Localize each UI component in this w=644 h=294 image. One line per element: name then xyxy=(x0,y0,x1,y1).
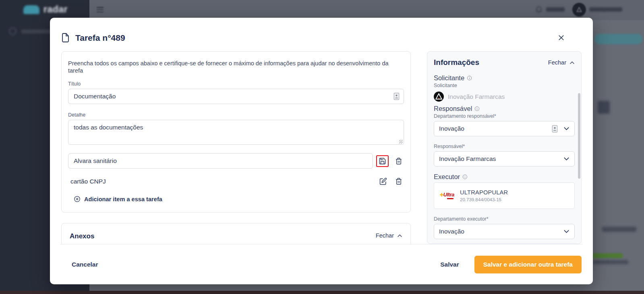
task-form-card: Preencha todos os campos abaixo e certif… xyxy=(61,51,411,213)
departamento-executor-label: Departamento executor* xyxy=(434,216,575,222)
modal-title: Tarefa n°489 xyxy=(75,33,125,43)
departamento-responsavel-label: Departamento responsável* xyxy=(434,113,575,119)
item-field-wrap xyxy=(68,153,373,169)
save-floppy-icon[interactable] xyxy=(378,157,387,165)
red-highlight-box xyxy=(376,155,389,167)
anexos-title: Anexos xyxy=(70,232,94,240)
form-description: Preencha todos os campos abaixo e certif… xyxy=(68,60,404,74)
departamento-executor-value: Inovação xyxy=(439,228,563,235)
anexos-collapse-button[interactable]: Fechar xyxy=(376,232,402,239)
task-item-row: cartão CNPJ xyxy=(68,176,404,187)
anexos-collapse-label: Fechar xyxy=(376,232,394,239)
plus-circle-icon xyxy=(74,196,81,202)
solicitante-avatar xyxy=(434,92,444,102)
autofill-badge-icon xyxy=(552,125,558,133)
task-item-row-editing xyxy=(68,153,404,169)
titulo-input[interactable] xyxy=(68,89,404,104)
modal-body: Preencha todos os campos abaixo e certif… xyxy=(50,51,593,244)
titulo-label: Título xyxy=(68,81,404,87)
avatar[interactable] xyxy=(572,3,586,17)
radar-logo: radar xyxy=(23,4,68,15)
background-progress-bar xyxy=(593,253,623,258)
titulo-field-wrap xyxy=(68,89,404,104)
solicitante-sublabel: Solicitante xyxy=(434,83,575,88)
info-panel: Informações Fechar Solicitante Solicitan… xyxy=(427,51,582,244)
info-panel-scrollbar[interactable] xyxy=(578,93,580,179)
executor-heading: Executor xyxy=(434,173,460,181)
bell-icon[interactable] xyxy=(535,5,543,15)
info-circle-icon xyxy=(462,174,468,179)
chevron-down-icon xyxy=(563,157,569,161)
edit-pencil-icon[interactable] xyxy=(378,176,389,187)
save-and-add-button[interactable]: Salvar e adicionar outra tarefa xyxy=(474,256,582,273)
modal-header: Tarefa n°489 xyxy=(50,18,593,51)
window-bottom-edge xyxy=(0,291,644,294)
background-grid-icon xyxy=(598,101,610,114)
info-collapse-label: Fechar xyxy=(548,59,566,66)
solicitante-value: Inovação Farmarcas xyxy=(448,93,505,100)
responsavel-value: Inovação Farmarcas xyxy=(439,155,563,163)
sidebar-menu-icon xyxy=(9,27,17,35)
chevron-up-icon xyxy=(569,61,575,65)
chevron-down-icon xyxy=(563,229,569,234)
info-circle-icon xyxy=(474,106,480,111)
modal-footer: Cancelar Salvar Salvar e adicionar outra… xyxy=(60,244,582,284)
radar-cloud-icon xyxy=(23,5,39,14)
executor-name: ULTRAPOPULAR xyxy=(460,189,508,196)
background-text-blur xyxy=(602,227,636,232)
save-button[interactable]: Salvar xyxy=(440,261,459,268)
trash-icon[interactable] xyxy=(393,176,404,187)
chevron-up-icon xyxy=(397,234,402,238)
background-teal-button xyxy=(594,34,643,44)
detalhe-label: Detalhe xyxy=(68,112,404,118)
detalhe-textarea[interactable]: todas as documentações xyxy=(68,120,404,144)
responsavel-label: Responsável* xyxy=(434,144,575,149)
anexos-card: Anexos Fechar xyxy=(61,223,411,244)
ultrapopular-logo: ✚Ultra xyxy=(439,192,455,199)
chevron-down-icon xyxy=(563,127,569,131)
info-panel-title: Informações xyxy=(434,58,479,67)
notification-label-blur xyxy=(546,7,565,12)
info-collapse-button[interactable]: Fechar xyxy=(548,59,575,66)
trash-icon[interactable] xyxy=(393,156,404,167)
add-item-button[interactable]: Adicionar item a essa tarefa xyxy=(74,196,162,202)
departamento-executor-select[interactable]: Inovação xyxy=(434,224,575,239)
background-text-blur xyxy=(593,260,628,264)
executor-cnpj: 20.739.844/0043-15 xyxy=(460,197,508,202)
add-item-label: Adicionar item a essa tarefa xyxy=(84,196,162,202)
hamburger-menu-icon[interactable] xyxy=(97,7,104,14)
close-icon[interactable] xyxy=(556,33,566,43)
autofill-badge-icon xyxy=(393,93,400,100)
responsavel-select[interactable]: Inovação Farmarcas xyxy=(434,151,575,167)
user-name-blur xyxy=(589,7,622,12)
item-text: cartão CNPJ xyxy=(68,178,375,185)
document-icon xyxy=(61,33,70,43)
departamento-responsavel-value: Inovação xyxy=(439,125,552,132)
item-input[interactable] xyxy=(68,154,373,168)
solicitante-heading: Solicitante xyxy=(434,74,464,82)
executor-card: ✚Ultra ULTRAPOPULAR 20.739.844/0043-15 xyxy=(434,182,575,209)
detalhe-field-wrap: todas as documentações xyxy=(68,120,404,145)
info-circle-icon xyxy=(467,75,472,81)
departamento-responsavel-select[interactable]: Inovação xyxy=(434,121,575,136)
responsavel-heading: Responsável xyxy=(434,105,472,113)
brand-name: radar xyxy=(43,4,68,15)
resize-handle[interactable] xyxy=(399,140,403,144)
cancel-button[interactable]: Cancelar xyxy=(72,261,98,268)
task-modal: Tarefa n°489 Preencha todos os campos ab… xyxy=(50,18,593,284)
